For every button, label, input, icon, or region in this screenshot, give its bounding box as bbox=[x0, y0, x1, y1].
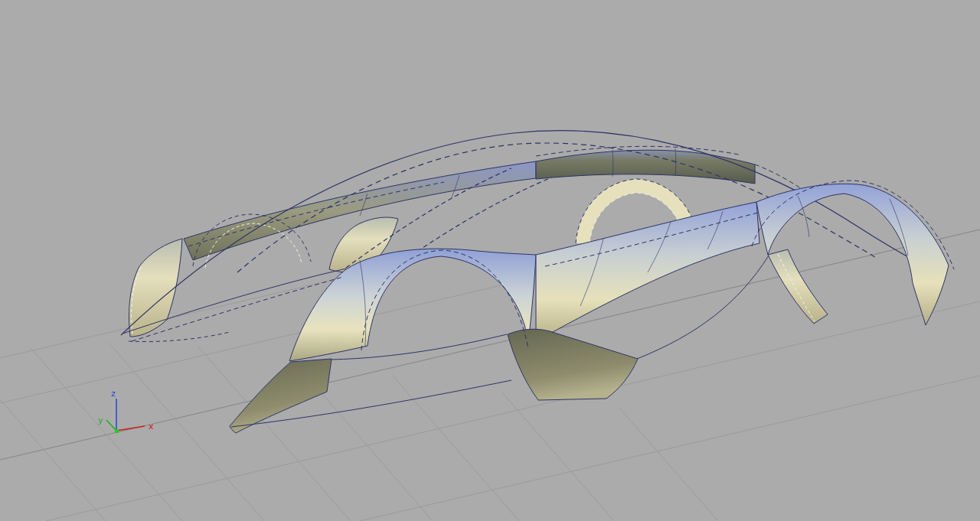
origin-marker bbox=[115, 429, 119, 433]
cad-viewport[interactable]: x y z bbox=[0, 0, 980, 521]
x-axis-label: x bbox=[149, 422, 154, 431]
y-axis-label: y bbox=[98, 415, 103, 425]
perspective-view[interactable]: x y z bbox=[0, 0, 980, 521]
z-axis-label: z bbox=[111, 389, 116, 399]
